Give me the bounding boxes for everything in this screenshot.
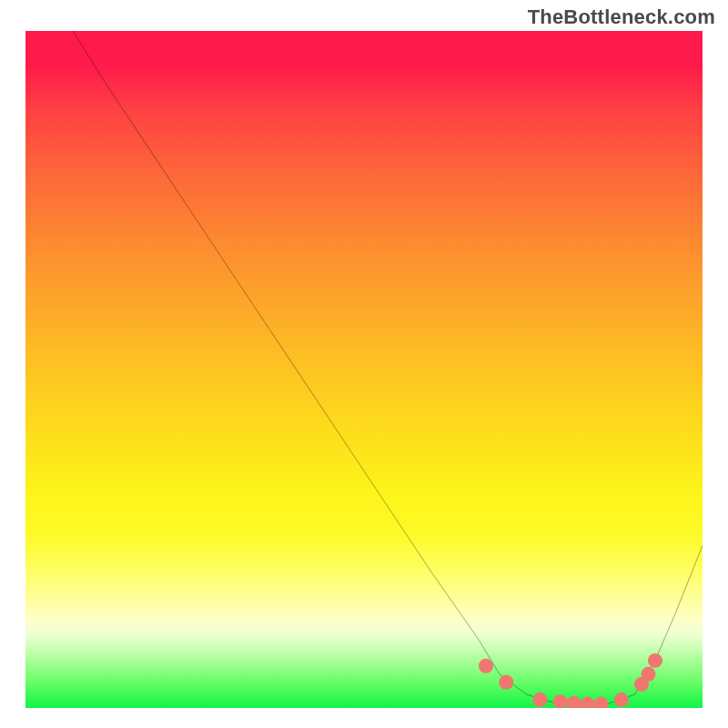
marker-dot xyxy=(641,667,655,682)
marker-group xyxy=(479,653,662,708)
chart-overlay-svg xyxy=(25,31,703,708)
chart-stage: TheBottleneck.com xyxy=(0,0,728,728)
marker-dot xyxy=(648,653,662,668)
watermark-text: TheBottleneck.com xyxy=(528,5,715,29)
marker-dot xyxy=(581,697,595,708)
marker-dot xyxy=(567,696,581,708)
marker-dot xyxy=(532,693,547,707)
plot-area xyxy=(25,31,703,708)
marker-dot xyxy=(499,675,513,690)
curve-line xyxy=(73,31,703,704)
marker-dot xyxy=(614,693,629,707)
marker-dot xyxy=(593,697,608,708)
marker-dot xyxy=(553,694,568,708)
marker-dot xyxy=(479,659,493,673)
